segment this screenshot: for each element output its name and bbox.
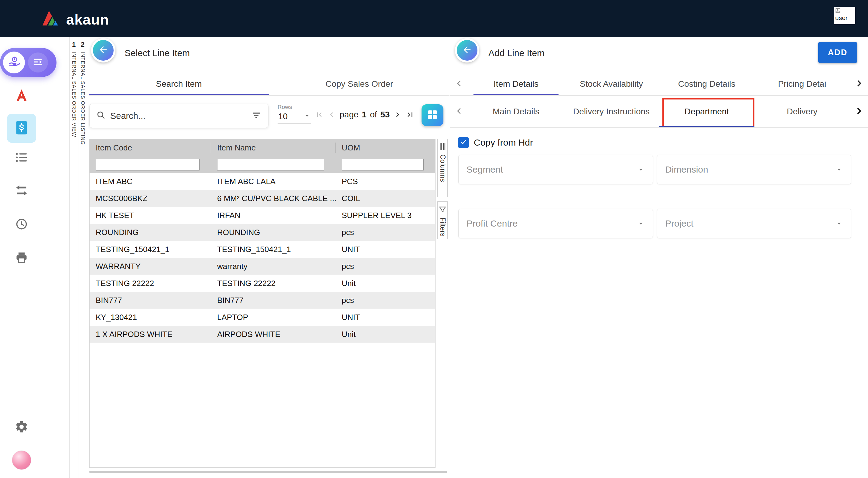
cell-item-name: TESTING 22222: [211, 279, 336, 288]
rail-tab-number: 1: [72, 41, 75, 48]
cell-item-code: KY_130421: [90, 313, 211, 322]
cell-uom: COIL: [336, 194, 435, 203]
search-input[interactable]: [110, 111, 251, 121]
tab-department[interactable]: Department: [659, 96, 754, 127]
sidebar-item-sales-order-active[interactable]: [7, 114, 36, 143]
cell-item-name: LAPTOP: [211, 313, 336, 322]
hand-money-icon: [7, 55, 21, 70]
cell-uom: Unit: [336, 279, 435, 288]
table-row[interactable]: 1 X AIRPODS WHITE AIRPODS WHITE Unit: [90, 326, 435, 343]
sidebar-item-settings[interactable]: [13, 418, 30, 436]
dimension-dropdown[interactable]: Dimension: [657, 155, 851, 184]
column-header-item-name[interactable]: Item Name: [211, 142, 336, 153]
tab-item-details[interactable]: Item Details: [468, 73, 564, 95]
back-button[interactable]: [455, 38, 479, 63]
profit-centre-dropdown[interactable]: Profit Centre: [458, 209, 653, 238]
swap-arrows-icon: [14, 183, 29, 199]
tab-stock-availability[interactable]: Stock Availability: [564, 73, 659, 95]
first-page-button[interactable]: [315, 110, 324, 119]
sidebar-item-print[interactable]: [13, 249, 30, 267]
printer-icon: [15, 251, 28, 265]
cell-uom: pcs: [336, 296, 435, 305]
grid-view-button[interactable]: [422, 104, 443, 126]
filter-input-item-code[interactable]: [96, 159, 199, 170]
column-header-uom[interactable]: UOM: [336, 142, 435, 153]
tab-search-item[interactable]: Search Item: [89, 73, 269, 95]
rail-tab-internal-sales-order-view[interactable]: 1 INTERNAL SALES ORDER VIEW: [69, 37, 79, 478]
tab-main-details[interactable]: Main Details: [468, 96, 564, 127]
table-toolbar: Rows 10 page 1 of 53: [89, 104, 449, 129]
next-page-button[interactable]: [393, 110, 402, 119]
last-page-button[interactable]: [405, 110, 414, 119]
chevron-down-icon: [637, 219, 645, 228]
collapse-menu-button[interactable]: [28, 53, 48, 72]
user-avatar-placeholder[interactable]: user: [834, 7, 855, 24]
filters-strip[interactable]: Filters: [437, 201, 448, 239]
cell-uom: PCS: [336, 177, 435, 186]
hand-money-button[interactable]: [3, 52, 25, 73]
filter-input-uom[interactable]: [342, 159, 424, 170]
chevron-down-icon: [835, 219, 843, 228]
cell-uom: Unit: [336, 330, 435, 339]
search-icon: [96, 110, 106, 121]
sidebar-item-history[interactable]: [13, 216, 30, 234]
add-button[interactable]: ADD: [818, 42, 857, 63]
table-row[interactable]: TESTING 22222 TESTING 22222 Unit: [90, 275, 435, 292]
current-page: 1: [362, 110, 367, 120]
red-a-icon: [14, 87, 29, 104]
copy-from-hdr-label: Copy from Hdr: [474, 137, 533, 148]
cell-item-code: HK TESET: [90, 211, 211, 220]
of-word: of: [370, 110, 377, 120]
tabs-scroll-right-button[interactable]: [850, 73, 868, 95]
table-row[interactable]: HK TESET IRFAN SUPPLER LEVEL 3: [90, 207, 435, 224]
rail-tab-internal-sales-order-listing[interactable]: 2 INTERNAL SALES ORDER LISTING: [79, 37, 87, 478]
segment-dropdown[interactable]: Segment: [458, 155, 653, 184]
profit-centre-label: Profit Centre: [466, 218, 518, 229]
subtabs-scroll-right-button[interactable]: [850, 96, 868, 127]
tabs-scroll-left-button[interactable]: [450, 73, 468, 95]
columns-strip[interactable]: Columns: [437, 139, 448, 197]
sidebar-item-reports[interactable]: [13, 87, 30, 105]
filter-list-icon[interactable]: [251, 110, 261, 122]
rows-per-page-select[interactable]: Rows 10: [278, 104, 311, 124]
sidebar-item-transfer[interactable]: [13, 182, 30, 200]
pagination: page 1 of 53: [315, 110, 414, 120]
user-avatar[interactable]: [12, 450, 31, 470]
table-row[interactable]: TESTING_150421_1 TESTING_150421_1 UNIT: [90, 241, 435, 258]
arrow-left-icon: [462, 44, 472, 56]
horizontal-scrollbar[interactable]: [89, 471, 447, 473]
table-row[interactable]: WARRANTY warranty pcs: [90, 258, 435, 275]
quick-action-pill: [0, 48, 57, 77]
cell-item-code: TESTING 22222: [90, 279, 211, 288]
table-row[interactable]: KY_130421 LAPTOP UNIT: [90, 309, 435, 326]
cell-item-name: TESTING_150421_1: [211, 245, 336, 254]
chevron-right-icon: [854, 106, 864, 117]
total-pages: 53: [380, 110, 390, 120]
rail-tab-label: INTERNAL SALES ORDER VIEW: [71, 52, 77, 137]
table-row[interactable]: BIN777 BIN777 pcs: [90, 292, 435, 309]
table-row[interactable]: ITEM ABC ITEM ABC LALA PCS: [90, 173, 435, 190]
copy-from-hdr-checkbox[interactable]: [458, 137, 469, 148]
arrow-left-icon: [98, 44, 108, 56]
table-row[interactable]: ROUNDING ROUNDING pcs: [90, 224, 435, 241]
table-header: Item Code Item Name UOM: [90, 139, 435, 173]
table-row[interactable]: MCSC006BKZ 6 MM² CU/PVC BLACK CABLE ... …: [90, 190, 435, 207]
page-title: Select Line Item: [125, 48, 190, 58]
sidebar-item-listing[interactable]: [13, 149, 30, 167]
tab-delivery-instructions[interactable]: Delivery Instructions: [564, 96, 659, 127]
prev-page-button[interactable]: [327, 110, 336, 119]
tab-costing-details[interactable]: Costing Details: [659, 73, 754, 95]
filter-input-item-name[interactable]: [217, 159, 324, 170]
select-line-item-panel: Select Line Item Search Item Copy Sales …: [89, 37, 450, 478]
user-placeholder-text: user: [835, 14, 848, 21]
tab-delivery[interactable]: Delivery: [754, 96, 850, 127]
tab-pricing-details[interactable]: Pricing Detai: [754, 73, 850, 95]
cell-item-name: 6 MM² CU/PVC BLACK CABLE ...: [211, 194, 336, 203]
project-dropdown[interactable]: Project: [657, 209, 851, 238]
column-header-item-code[interactable]: Item Code: [90, 142, 211, 153]
subtabs-scroll-left-button[interactable]: [450, 96, 468, 127]
akaun-logo[interactable]: akaun: [42, 10, 109, 27]
list-icon: [14, 150, 29, 166]
back-button[interactable]: [91, 38, 116, 63]
tab-copy-sales-order[interactable]: Copy Sales Order: [269, 73, 450, 95]
